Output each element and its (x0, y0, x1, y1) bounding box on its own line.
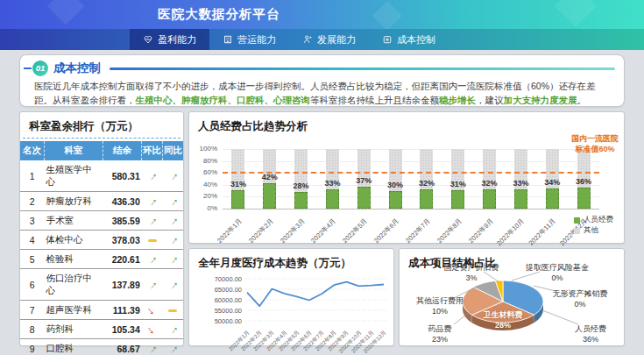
up-arrow-icon: → (166, 341, 180, 355)
y-axis-tick: 60% (193, 168, 217, 176)
bar-personnel (420, 189, 433, 209)
cell-dept: 伤口治疗中心 (45, 269, 103, 301)
bar-value-label: 36% (569, 177, 598, 186)
decor-line (110, 67, 615, 70)
up-arrow-icon: → (145, 213, 159, 227)
plain-text: 等科室排名持续上升且结余金额 (310, 95, 439, 105)
down-arrow-icon: → (145, 302, 159, 316)
table-row: 8药剂科105.34→→ (20, 320, 183, 339)
legend-label: 人员经费 (584, 215, 613, 225)
cell-dept: 体检中心 (45, 231, 103, 250)
up-arrow-icon: → (166, 213, 180, 227)
col-dept: 科室 (45, 141, 103, 160)
nav-tabs: 盈利能力营运能力发展能力成本控制 (0, 29, 644, 50)
cell-yoy: → (162, 269, 183, 301)
cell-yoy: → (162, 250, 183, 269)
cell-value: 220.61 (103, 250, 141, 269)
cell-yoy (162, 301, 183, 320)
cell-rank: 4 (20, 231, 45, 250)
cell-mom: → (142, 269, 163, 301)
up-arrow-icon: → (166, 277, 180, 291)
cell-value: 105.34 (103, 320, 141, 339)
pie-slice-label: 卫生材料费28% (466, 310, 540, 330)
y-axis-tick: 0% (193, 204, 217, 212)
flat-indicator (168, 309, 177, 312)
bar-value-label: 28% (287, 181, 316, 190)
legend-swatch (574, 217, 580, 224)
table-row: 9口腔科68.67→→ (20, 339, 183, 355)
bar-personnel (577, 188, 591, 209)
pie-leader-line (542, 310, 578, 324)
cell-dept: 生殖医学中心 (45, 160, 103, 192)
legend-item: 其他 (574, 225, 613, 236)
up-arrow-icon: → (145, 252, 159, 266)
pie-chart-panel: 成本项目结构占比 人员经费36%卫生材料费28%药品费23%其他运行费用10%固… (399, 248, 625, 346)
section-header: 01 成本控制 (24, 60, 615, 76)
bar-legend: 人员经费其他 (574, 215, 613, 236)
summary-description: 医院近几年成本控制方面取得了不小的进步，成本进一步得到控制。人员经费占比较为稳定… (34, 79, 613, 108)
cell-value: 378.03 (103, 231, 141, 250)
cell-value: 111.39 (103, 301, 141, 320)
pie-label-name: 提取医疗风险基金 (520, 263, 594, 273)
nav-tab-label: 盈利能力 (158, 33, 196, 46)
cell-dept: 超声医学科 (45, 301, 103, 320)
bar-value-label: 31% (443, 180, 473, 188)
pie-slice-label: 人员经费36% (554, 324, 627, 344)
nav-tab[interactable]: 营运能力 (209, 29, 289, 50)
legend-item: 人员经费 (574, 215, 613, 225)
section-title: 成本控制 (53, 60, 101, 76)
bar-personnel (263, 183, 276, 209)
nav-tab[interactable]: 发展能力 (289, 29, 369, 50)
divider (23, 138, 180, 138)
table-row: 2肿瘤放疗科436.30→→ (20, 192, 183, 211)
pie-slice-label: 提取医疗风险基金0% (520, 263, 594, 283)
up-arrow-icon: → (145, 194, 159, 208)
pie-chart: 人员经费36%卫生材料费28%药品费23%其他运行费用10%固定资产折旧费3%提… (400, 261, 626, 347)
nav-tab-label: 成本控制 (397, 33, 435, 46)
legend-swatch (574, 228, 580, 234)
cell-dept: 手术室 (45, 211, 103, 231)
cell-rank: 9 (20, 339, 45, 355)
y-axis-tick: 20% (193, 192, 217, 200)
highlighted-text: 加大支持力度发展 (504, 95, 577, 105)
bar-value-label: 32% (412, 179, 442, 188)
highlighted-text: 生殖中心、肿瘤放疗科、口腔科、心理咨询 (136, 95, 311, 105)
cell-rank: 2 (20, 192, 45, 211)
bar-value-label: 34% (537, 178, 567, 187)
up-arrow-icon: → (166, 322, 180, 336)
up-arrow-icon: → (145, 341, 159, 355)
app-header: 医院大数据分析平台 (0, 0, 644, 29)
cell-dept: 肿瘤放疗科 (45, 192, 103, 211)
bar-value-label: 31% (223, 180, 253, 188)
decor-diamond (555, 0, 597, 27)
decor-diamond (47, 0, 84, 25)
ranking-panel: 科室盈余排行（万元） 名次 科室 结余 环比 同比 1生殖医学中心580.31→… (19, 111, 184, 346)
up-arrow-icon: → (166, 194, 180, 208)
cell-rank: 5 (20, 250, 45, 269)
line-chart: 50000.0055000.0060000.0065000.0070000.00… (189, 249, 395, 347)
table-row: 4体检中心378.03→ (20, 231, 183, 250)
plain-text: ，建议 (476, 95, 504, 105)
ranking-body: 1生殖医学中心580.31→→2肿瘤放疗科436.30→→3手术室385.59→… (20, 160, 183, 355)
nav-tab[interactable]: 盈利能力 (130, 29, 209, 50)
col-rank: 名次 (20, 141, 45, 160)
nav-tab-label: 营运能力 (237, 33, 276, 46)
bar-personnel (389, 191, 402, 209)
y-axis-tick: 55000.00 (203, 307, 242, 315)
gridline (223, 161, 599, 162)
pie-label-name: 固定资产折旧费 (435, 263, 508, 273)
cell-rank: 3 (20, 211, 45, 231)
nav-tab[interactable]: 成本控制 (369, 29, 449, 50)
gridline (223, 196, 599, 197)
section-number-badge: 01 (32, 60, 48, 76)
y-axis-tick: 65000.00 (203, 286, 242, 294)
y-axis-tick: 80% (193, 157, 217, 165)
col-mom: 环比 (142, 141, 163, 160)
highlighted-text: 稳步增长 (439, 95, 476, 105)
bar-personnel (357, 187, 371, 209)
y-axis-tick: 40% (193, 181, 217, 188)
pie-label-name: 药品费 (403, 324, 477, 335)
pie-label-name: 人员经费 (554, 324, 627, 335)
bar-value-label: 33% (317, 179, 347, 188)
bar-value-label: 30% (380, 181, 410, 189)
